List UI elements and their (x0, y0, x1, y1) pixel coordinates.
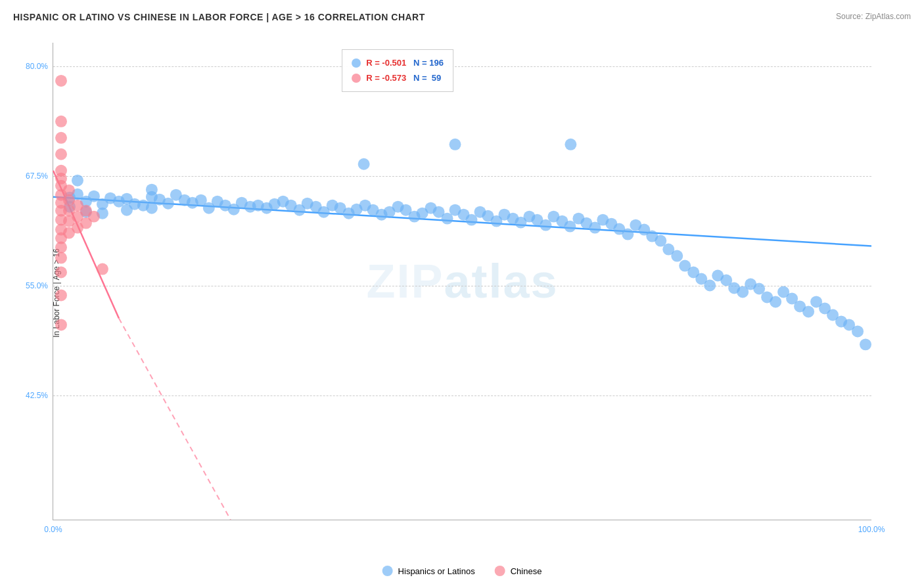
svg-point-107 (146, 184, 158, 196)
bottom-dot-chinese (495, 566, 505, 576)
svg-point-125 (55, 319, 67, 330)
scatter-plot (53, 43, 871, 520)
legend-dot-pink (352, 74, 361, 83)
source-label: Source: ZipAtlas.com (836, 12, 911, 21)
svg-point-123 (55, 267, 67, 279)
svg-point-112 (55, 116, 67, 127)
svg-point-109 (450, 139, 461, 150)
svg-point-138 (55, 132, 67, 144)
bottom-legend-chinese: Chinese (495, 566, 542, 576)
bottom-label-chinese: Chinese (511, 566, 542, 576)
svg-point-98 (802, 305, 814, 317)
bottom-dot-hispanics (382, 566, 393, 576)
svg-point-111 (55, 75, 67, 87)
svg-point-124 (55, 289, 67, 301)
svg-line-2 (119, 318, 231, 520)
svg-point-94 (770, 296, 781, 307)
svg-point-104 (852, 325, 864, 337)
svg-point-76 (622, 229, 634, 240)
legend-r-pink: R = -0.573 N = 59 (366, 70, 441, 85)
bottom-legend-hispanics: Hispanics or Latinos (382, 566, 475, 576)
svg-point-140 (63, 185, 75, 196)
svg-point-110 (565, 139, 576, 150)
y-tick-80: 80.0% (26, 62, 48, 71)
y-tick-42: 42.5% (26, 391, 48, 400)
svg-point-105 (860, 338, 871, 350)
chart-area: ZIPatlas 80.0% 67.5% 55.0% 42.5% 0.0% 10… (53, 43, 871, 520)
y-tick-67: 67.5% (26, 171, 48, 181)
y-tick-55: 55.0% (26, 281, 48, 290)
legend-row-pink: R = -0.573 N = 59 (352, 70, 444, 85)
legend-row-blue: R = -0.501 N = 196 (352, 55, 444, 70)
svg-point-106 (72, 175, 83, 187)
chart-title: HISPANIC OR LATINO VS CHINESE IN LABOR F… (13, 12, 425, 22)
legend-box: R = -0.501 N = 196 R = -0.573 N = 59 (342, 49, 453, 92)
chart-container: HISPANIC OR LATINO VS CHINESE IN LABOR F… (0, 0, 924, 586)
x-tick-100: 100.0% (858, 525, 885, 534)
svg-point-137 (55, 148, 67, 160)
bottom-label-hispanics: Hispanics or Latinos (398, 566, 475, 576)
svg-point-82 (671, 250, 683, 262)
svg-point-135 (88, 211, 100, 223)
bottom-legend: Hispanics or Latinos Chinese (382, 566, 542, 576)
svg-point-122 (55, 252, 67, 264)
svg-line-0 (53, 197, 871, 246)
legend-r-blue: R = -0.501 N = 196 (366, 55, 444, 70)
svg-point-136 (97, 263, 108, 275)
svg-point-108 (358, 158, 370, 170)
x-tick-0: 0.0% (44, 525, 62, 534)
svg-point-86 (704, 280, 716, 292)
svg-point-121 (55, 242, 67, 254)
legend-dot-blue (352, 58, 361, 68)
svg-point-139 (55, 173, 67, 185)
